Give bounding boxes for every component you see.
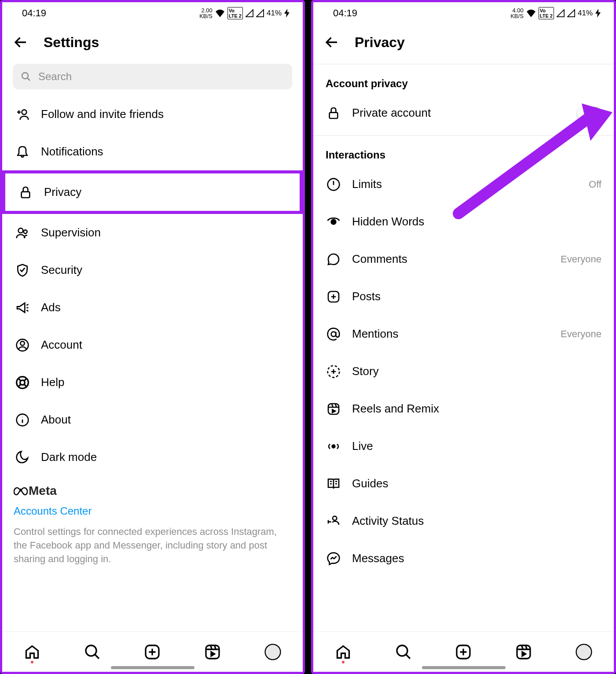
settings-item-notifications[interactable]: Notifications [2, 133, 303, 170]
home-indicator[interactable] [111, 666, 194, 669]
privacy-item-reels[interactable]: Reels and Remix [313, 390, 614, 427]
privacy-highlight: Privacy [2, 170, 303, 214]
settings-item-supervision[interactable]: Supervision [2, 214, 303, 251]
shield-icon [15, 263, 29, 277]
add-person-icon [15, 107, 29, 122]
moon-icon [15, 450, 29, 464]
info-icon [15, 413, 29, 427]
settings-item-follow[interactable]: Follow and invite friends [2, 96, 303, 133]
privacy-item-limits[interactable]: Limits Off [313, 166, 614, 203]
section-account-privacy: Account privacy [313, 68, 614, 94]
meta-section: Meta Accounts Center Control settings fo… [2, 476, 303, 570]
nav-search[interactable] [394, 642, 413, 662]
signal-icon [557, 9, 565, 17]
section-interactions: Interactions [313, 139, 614, 166]
privacy-item-comments[interactable]: Comments Everyone [313, 240, 614, 278]
nav-profile[interactable] [574, 642, 594, 662]
eye-hidden-icon [326, 215, 341, 229]
svg-point-8 [20, 380, 25, 385]
privacy-item-live[interactable]: Live [313, 427, 614, 465]
activity-icon [326, 514, 341, 528]
svg-point-6 [20, 341, 24, 345]
lock-icon [326, 106, 341, 120]
phone-privacy: 04:19 4.00KB/S VoLTE 2 41% Privacy Accou… [311, 0, 616, 674]
svg-point-22 [333, 516, 337, 520]
svg-point-10 [86, 645, 96, 656]
svg-rect-20 [328, 404, 339, 414]
settings-item-darkmode[interactable]: Dark mode [2, 438, 303, 476]
signal-icon-2 [256, 9, 264, 17]
plus-square-icon [144, 644, 160, 660]
user-circle-icon [15, 338, 29, 352]
item-label: Limits [352, 177, 578, 191]
item-label: Messages [352, 552, 601, 565]
svg-point-23 [397, 645, 407, 656]
privacy-item-story[interactable]: Story [313, 353, 614, 390]
page-title: Privacy [355, 34, 405, 51]
settings-item-help[interactable]: Help [2, 364, 303, 401]
wifi-icon [215, 9, 225, 17]
nav-profile[interactable] [263, 642, 282, 662]
item-label: Ads [41, 301, 290, 314]
messenger-icon [326, 552, 341, 566]
svg-point-0 [22, 73, 28, 79]
svg-point-13 [265, 644, 280, 659]
meta-infinity-icon [14, 486, 28, 496]
svg-point-16 [331, 219, 336, 224]
item-label: Guides [352, 477, 601, 490]
back-arrow-icon[interactable] [324, 34, 340, 50]
svg-point-4 [24, 230, 27, 233]
privacy-item-posts[interactable]: Posts [313, 278, 614, 315]
search-input[interactable]: Search [13, 64, 292, 89]
item-label: Mentions [352, 327, 550, 341]
lock-icon [18, 185, 33, 199]
search-icon [21, 71, 31, 82]
settings-item-about[interactable]: About [2, 401, 303, 438]
phone-settings: 04:19 2.00KB/S VoLTE 2 41% Settings Sear… [0, 0, 305, 674]
nav-reels[interactable] [514, 642, 533, 662]
comment-icon [326, 252, 341, 266]
privacy-item-mentions[interactable]: Mentions Everyone [313, 315, 614, 353]
item-label: Activity Status [352, 514, 601, 528]
reels-icon [326, 402, 341, 416]
people-icon [15, 226, 29, 240]
item-trail: Off [589, 179, 601, 190]
nav-home[interactable] [334, 642, 353, 662]
guides-icon [326, 477, 341, 491]
privacy-item-hidden-words[interactable]: Hidden Words [313, 203, 614, 240]
settings-item-privacy[interactable]: Privacy [5, 173, 300, 211]
svg-point-18 [331, 331, 336, 336]
settings-item-security[interactable]: Security [2, 251, 303, 289]
item-label: Help [41, 376, 290, 389]
settings-item-ads[interactable]: Ads [2, 289, 303, 326]
privacy-item-messages[interactable]: Messages [313, 540, 614, 577]
item-label: Security [41, 263, 290, 277]
item-trail: Everyone [561, 328, 601, 340]
back-arrow-icon[interactable] [13, 34, 29, 50]
nav-search[interactable] [83, 642, 102, 662]
status-time: 04:19 [333, 7, 357, 19]
meta-logo: Meta [14, 484, 291, 498]
search-placeholder: Search [38, 70, 72, 83]
settings-header: Settings [2, 24, 303, 60]
privacy-item-activity[interactable]: Activity Status [313, 502, 614, 540]
private-account-row[interactable]: Private account [313, 94, 614, 132]
lifebuoy-icon [15, 376, 29, 390]
private-account-toggle[interactable] [577, 107, 601, 120]
accounts-center-link[interactable]: Accounts Center [14, 505, 291, 517]
settings-item-account[interactable]: Account [2, 326, 303, 364]
nav-create[interactable] [143, 642, 162, 662]
home-icon [335, 644, 351, 660]
at-sign-icon [326, 327, 341, 341]
privacy-item-guides[interactable]: Guides [313, 465, 614, 502]
story-add-icon [326, 365, 341, 379]
nav-reels[interactable] [203, 642, 222, 662]
svg-point-26 [576, 644, 591, 659]
item-label: Supervision [41, 226, 290, 239]
profile-avatar-icon [576, 644, 592, 660]
privacy-header: Privacy [313, 24, 614, 60]
home-indicator[interactable] [422, 666, 506, 669]
signal-icon-2 [567, 9, 575, 17]
nav-create[interactable] [454, 642, 473, 662]
nav-home[interactable] [22, 642, 42, 662]
